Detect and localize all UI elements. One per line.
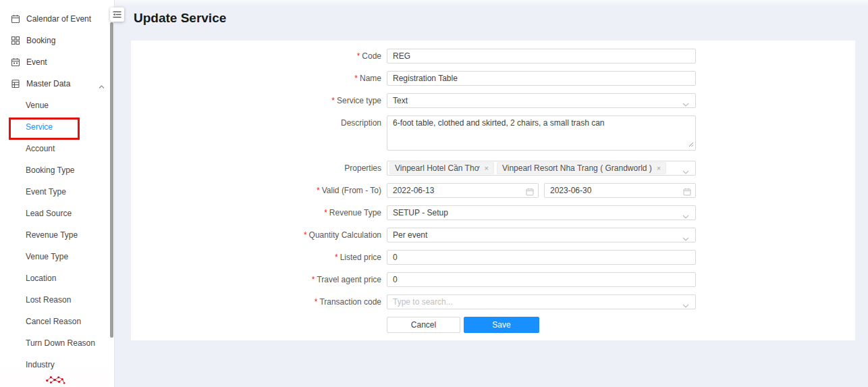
sidebar-item-label: Calendar of Event <box>26 14 91 24</box>
form-row-transaction-code: *Transaction code Type to search... <box>131 294 855 309</box>
database-icon <box>11 79 20 88</box>
code-label: *Code <box>131 49 381 61</box>
form-row-quantity-calculation: *Quantity Calculation Per event <box>131 228 855 242</box>
app-window: Calendar of Event Booking Event Master D… <box>0 0 868 387</box>
form-row-revenue-type: *Revenue Type SETUP - Setup <box>131 205 855 220</box>
sidebar-item-master-data[interactable]: Master Data <box>0 73 114 95</box>
name-label: *Name <box>131 71 381 83</box>
sidebar-item-event-type[interactable]: Event Type <box>0 181 114 203</box>
chevron-down-icon <box>682 234 689 243</box>
calendar-icon[interactable] <box>526 186 534 199</box>
calendar-check-icon <box>11 57 20 67</box>
valid-to-date-input[interactable] <box>544 183 696 198</box>
tag-remove-icon[interactable]: × <box>485 164 489 172</box>
code-input[interactable] <box>387 49 696 63</box>
sidebar-collapse-button[interactable] <box>110 7 124 22</box>
sidebar-item-venue[interactable]: Venue <box>0 95 114 116</box>
form-row-name: *Name <box>131 71 855 86</box>
required-star: * <box>324 208 327 217</box>
required-star: * <box>354 74 358 83</box>
sidebar-item-location[interactable]: Location <box>0 267 114 289</box>
form-row-description: Description 6-foot table, clothed and sk… <box>131 115 855 153</box>
sidebar: Calendar of Event Booking Event Master D… <box>0 0 115 387</box>
sidebar-item-service[interactable]: Service <box>0 116 114 138</box>
required-star: * <box>304 230 307 240</box>
form-row-listed-price: *Listed price <box>131 250 855 265</box>
chevron-down-icon <box>682 301 689 310</box>
sidebar-item-revenue-type[interactable]: Revenue Type <box>0 224 114 246</box>
chevron-up-icon <box>99 82 105 91</box>
form-row-service-type: *Service type Text <box>131 93 855 108</box>
calendar-icon[interactable] <box>683 186 691 199</box>
chevron-down-icon <box>682 167 689 176</box>
required-star: * <box>312 275 315 284</box>
sidebar-item-turn-down-reason[interactable]: Turn Down Reason <box>0 332 114 354</box>
save-button[interactable]: Save <box>464 317 539 333</box>
network-logo-icon <box>44 374 67 386</box>
menu-fold-icon <box>113 11 121 18</box>
revenue-type-label: *Revenue Type <box>131 205 381 217</box>
quantity-calculation-label: *Quantity Calculation <box>131 228 381 240</box>
sidebar-item-calendar-of-event[interactable]: Calendar of Event <box>0 8 114 30</box>
required-star: * <box>315 297 318 307</box>
revenue-type-select[interactable]: SETUP - Setup <box>387 205 696 220</box>
calendar-icon <box>11 14 20 24</box>
form-row-code: *Code <box>131 49 855 63</box>
properties-label: Properties <box>131 161 381 173</box>
quantity-calculation-value: Per event <box>393 230 427 240</box>
description-textarea[interactable]: 6-foot table, clothed and skirted, 2 cha… <box>387 115 696 151</box>
update-service-form-card: *Code *Name *Service type Text <box>131 41 855 340</box>
transaction-code-placeholder: Type to search... <box>393 297 453 307</box>
name-input[interactable] <box>387 71 696 86</box>
property-tag: Vinpearl Hotel Cần Thơ × <box>389 162 494 174</box>
listed-price-input[interactable] <box>387 250 696 265</box>
required-star: * <box>317 186 320 195</box>
sidebar-item-lost-reason[interactable]: Lost Reason <box>0 289 114 311</box>
service-type-label: *Service type <box>131 93 381 105</box>
sidebar-item-lead-source[interactable]: Lead Source <box>0 203 114 224</box>
sidebar-scrollbar[interactable] <box>110 22 113 338</box>
required-star: * <box>335 253 338 262</box>
chevron-down-icon <box>682 99 689 109</box>
chevron-down-icon <box>682 211 689 221</box>
app-logo <box>0 373 111 386</box>
property-tag: Vinpearl Resort Nha Trang ( Grandworld )… <box>497 162 666 174</box>
travel-agent-price-label: *Travel agent price <box>131 272 381 284</box>
sidebar-item-event[interactable]: Event <box>0 51 114 73</box>
sidebar-item-venue-type[interactable]: Venue Type <box>0 246 114 267</box>
grid-icon <box>11 36 20 45</box>
form-row-valid: *Valid (From - To) <box>131 183 855 198</box>
sidebar-item-booking[interactable]: Booking <box>0 30 114 51</box>
sidebar-item-booking-type[interactable]: Booking Type <box>0 159 114 181</box>
sidebar-item-label: Master Data <box>26 79 70 88</box>
properties-multiselect[interactable]: Vinpearl Hotel Cần Thơ × Vinpearl Resort… <box>387 161 696 176</box>
revenue-type-value: SETUP - Setup <box>393 208 448 217</box>
sidebar-item-label: Booking <box>26 36 55 45</box>
page-title: Update Service <box>134 9 868 27</box>
valid-from-date-input[interactable] <box>387 183 539 198</box>
form-row-properties: Properties Vinpearl Hotel Cần Thơ × Vinp… <box>131 161 855 176</box>
form-actions: Cancel Save <box>387 317 855 333</box>
quantity-calculation-select[interactable]: Per event <box>387 228 696 242</box>
cancel-button[interactable]: Cancel <box>387 317 460 333</box>
sidebar-item-label: Event <box>26 57 47 67</box>
travel-agent-price-input[interactable] <box>387 272 696 287</box>
main-content: Update Service *Code *Name *Service type… <box>115 0 868 387</box>
required-star: * <box>331 96 335 105</box>
transaction-code-label: *Transaction code <box>131 294 381 307</box>
form-row-travel-agent-price: *Travel agent price <box>131 272 855 287</box>
listed-price-label: *Listed price <box>131 250 381 262</box>
sidebar-menu: Calendar of Event Booking Event Master D… <box>0 0 114 376</box>
sidebar-item-cancel-reason[interactable]: Cancel Reason <box>0 311 114 332</box>
sidebar-item-account[interactable]: Account <box>0 138 114 159</box>
valid-label: *Valid (From - To) <box>131 183 381 195</box>
service-type-value: Text <box>393 96 408 105</box>
tag-remove-icon[interactable]: × <box>657 164 661 172</box>
required-star: * <box>357 51 360 61</box>
service-type-select[interactable]: Text <box>387 93 696 108</box>
description-label: Description <box>131 115 381 128</box>
transaction-code-select[interactable]: Type to search... <box>387 294 696 309</box>
